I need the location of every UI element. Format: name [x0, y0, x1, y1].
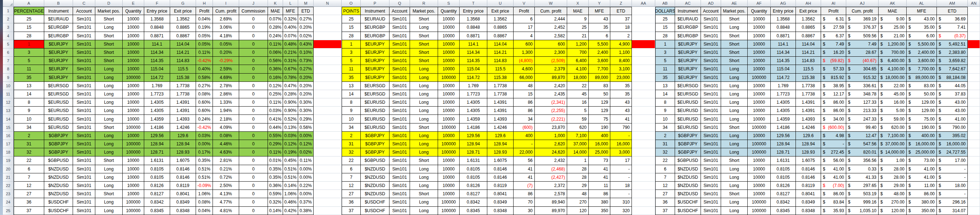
cell-T14[interactable]: 1.4359: [460, 115, 487, 123]
cell-N9[interactable]: [313, 74, 342, 82]
cell-C6[interactable]: Sim101: [73, 49, 95, 57]
cell-H6[interactable]: 0.11%: [196, 49, 213, 57]
cell-A14[interactable]: 10: [14, 115, 44, 123]
column-header-D[interactable]: D: [95, 0, 123, 7]
cell-AI18[interactable]: $272.45: [821, 148, 846, 157]
cell-L14[interactable]: 0.52%: [283, 115, 298, 123]
row-header-24[interactable]: 24: [3, 198, 14, 206]
cell-W1[interactable]: Cum. profit: [535, 7, 567, 15]
cell-J2[interactable]: 0: [239, 15, 268, 23]
cell-Y18[interactable]: 25,000: [589, 148, 610, 157]
cell-B21[interactable]: $NZDUSD: [44, 173, 73, 182]
cell-AB2[interactable]: 25: [655, 15, 675, 23]
cell-T21[interactable]: 0.8105: [460, 173, 487, 182]
cell-J5[interactable]: 0: [239, 40, 268, 49]
cell-AJ5[interactable]: $7.49: [846, 40, 878, 49]
cell-F12[interactable]: 1.4305: [144, 98, 170, 107]
cell-W7[interactable]: (2,509): [535, 57, 567, 65]
cell-O17[interactable]: 31: [342, 140, 361, 148]
cell-L11[interactable]: 0.28%: [283, 90, 298, 98]
cell-C11[interactable]: Sim101: [73, 90, 95, 98]
cell-E19[interactable]: 10000: [123, 157, 144, 165]
cell-AC11[interactable]: $EURSGD: [675, 90, 701, 98]
cell-V1[interactable]: Profit: [514, 7, 535, 15]
cell-P13[interactable]: $EURUSD: [361, 107, 390, 115]
cell-Z23[interactable]: -: [610, 190, 632, 198]
cell-X6[interactable]: 700: [567, 49, 589, 57]
cell-Z3[interactable]: 18: [610, 23, 632, 32]
cell-O4[interactable]: 28: [342, 32, 361, 40]
cell-Z8[interactable]: 3,100: [610, 65, 632, 73]
cell-Z11[interactable]: 35: [610, 90, 632, 98]
cell-D15[interactable]: Short: [95, 123, 123, 132]
cell-H16[interactable]: 0.03%: [196, 132, 213, 140]
cell-AH7[interactable]: 114.83: [796, 57, 821, 65]
cell-K13[interactable]: 0.03%: [268, 107, 283, 115]
cell-AB17[interactable]: 31: [655, 140, 675, 148]
cell-V13[interactable]: 86: [514, 107, 535, 115]
cell-D12[interactable]: Long: [95, 98, 123, 107]
cell-W15[interactable]: 23,870: [535, 123, 567, 132]
cell-U18[interactable]: 128.93: [487, 148, 514, 157]
cell-AK2[interactable]: $9.00: [878, 15, 907, 23]
cell-F2[interactable]: 1.3568: [144, 15, 170, 23]
cell-C23[interactable]: Sim101: [73, 190, 95, 198]
cell-M9[interactable]: 0.20%: [298, 74, 313, 82]
cell-J9[interactable]: 0: [239, 74, 268, 82]
cell-AE21[interactable]: Long: [721, 173, 748, 182]
cell-AD14[interactable]: Sim101: [701, 115, 721, 123]
cell-AM4[interactable]: $(0.37): [937, 32, 968, 40]
cell-AA21[interactable]: [632, 173, 655, 182]
cell-H10[interactable]: 0.27%: [196, 82, 213, 90]
cell-AG24[interactable]: 0.8342: [771, 198, 796, 206]
cell-G9[interactable]: 115.38: [170, 74, 196, 82]
cell-AC23[interactable]: $NZDUSD: [675, 190, 701, 198]
row-header-17[interactable]: 17: [3, 140, 14, 148]
cell-P24[interactable]: $USDCHF: [361, 198, 390, 206]
cell-AE23[interactable]: Short: [721, 190, 748, 198]
cell-T24[interactable]: 0.8342: [460, 198, 487, 206]
cell-X16[interactable]: 7,100: [567, 132, 589, 140]
cell-AA10[interactable]: [632, 82, 655, 90]
cell-I16[interactable]: 0.08%: [213, 132, 239, 140]
cell-Y8[interactable]: 7,700: [589, 65, 610, 73]
cell-K21[interactable]: 0.35%: [268, 173, 283, 182]
cell-O18[interactable]: 32: [342, 148, 361, 157]
cell-F1[interactable]: Entry price: [144, 7, 170, 15]
cell-I19[interactable]: 2.81%: [213, 157, 239, 165]
cell-H4[interactable]: 0.05%: [196, 32, 213, 40]
cell-M14[interactable]: 0.29%: [298, 115, 313, 123]
cell-X7[interactable]: 6,400: [567, 57, 589, 65]
cell-S7[interactable]: 10000: [438, 57, 460, 65]
cell-I15[interactable]: 4.09%: [213, 123, 239, 132]
cell-G19[interactable]: 1.6075: [170, 157, 196, 165]
cell-AB9[interactable]: 35: [655, 74, 675, 82]
cell-J8[interactable]: 0: [239, 65, 268, 73]
cell-AD9[interactable]: Sim101: [701, 74, 721, 82]
cell-AD1[interactable]: Account: [701, 7, 721, 15]
cell-U17[interactable]: 128.94: [487, 140, 514, 148]
cell-M13[interactable]: 0.30%: [298, 107, 313, 115]
cell-AL12[interactable]: $129.00: [907, 98, 937, 107]
cell-Y7[interactable]: 3,600: [589, 57, 610, 65]
cell-F19[interactable]: 1.6131: [144, 157, 170, 165]
cell-AJ25[interactable]: $1,035.10: [846, 207, 878, 215]
cell-AJ24[interactable]: $999.16: [846, 198, 878, 206]
cell-A9[interactable]: 35: [14, 74, 44, 82]
cell-Z10[interactable]: 35: [610, 82, 632, 90]
cell-R18[interactable]: Long: [410, 148, 438, 157]
cell-AJ2[interactable]: $369.19: [846, 15, 878, 23]
cell-S3[interactable]: 10000: [438, 23, 460, 32]
cell-AA17[interactable]: [632, 140, 655, 148]
cell-P3[interactable]: $EURGBP: [361, 23, 390, 32]
cell-AM21[interactable]: $-: [937, 173, 968, 182]
cell-AK7[interactable]: $6,400.00: [878, 57, 907, 65]
cell-U9[interactable]: 115.38: [487, 74, 514, 82]
cell-I5[interactable]: 0.05%: [213, 40, 239, 49]
cell-I3[interactable]: 3.06%: [213, 23, 239, 32]
cell-T4[interactable]: 0.8871: [460, 32, 487, 40]
cell-AC10[interactable]: $EURSGD: [675, 82, 701, 90]
cell-O19[interactable]: 22: [342, 157, 361, 165]
cell-AH25[interactable]: 0.8348: [796, 207, 821, 215]
cell-F6[interactable]: 114.34: [144, 49, 170, 57]
